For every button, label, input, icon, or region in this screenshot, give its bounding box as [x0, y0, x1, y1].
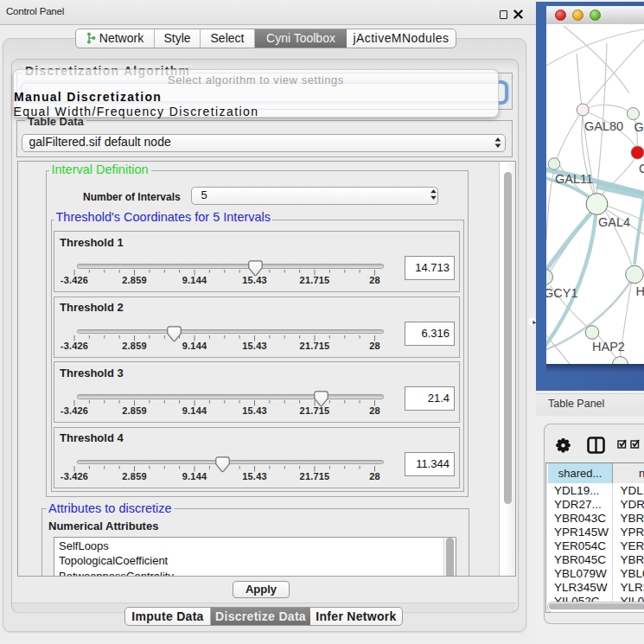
- svg-text:GAL11: GAL11: [555, 172, 593, 186]
- svg-text:GAL80: GAL80: [584, 119, 623, 133]
- svg-text:GCY1: GCY1: [546, 286, 578, 300]
- svg-text:GAL4: GAL4: [598, 215, 630, 229]
- svg-text:GA: GA: [634, 120, 644, 134]
- svg-text:HAP2: HAP2: [592, 340, 625, 354]
- svg-text:H: H: [636, 284, 644, 298]
- svg-text:C: C: [639, 162, 644, 175]
